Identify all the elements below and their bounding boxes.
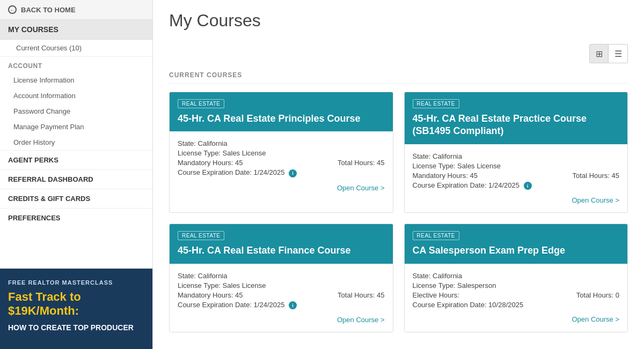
main-content: My Courses ⊞ ☰ CURRENT COURSES REAL ESTA… xyxy=(153,0,644,349)
course-expiry-3: Course Expiration Date: 10/28/2025 xyxy=(413,301,620,309)
sidebar-item-password-change[interactable]: Password Change xyxy=(0,103,152,119)
course-card-header-3: REAL ESTATE CA Salesperson Exam Prep Edg… xyxy=(405,224,628,263)
course-card-header-2: REAL ESTATE 45-Hr. CA Real Estate Financ… xyxy=(170,224,393,263)
course-mandatory-2: Mandatory Hours: 45 xyxy=(178,291,243,299)
info-icon-2[interactable]: i xyxy=(289,301,297,309)
sidebar-item-preferences[interactable]: PREFERENCES xyxy=(0,208,152,227)
course-total-0: Total Hours: 45 xyxy=(338,159,384,167)
course-tag-1: REAL ESTATE xyxy=(413,99,459,108)
course-hours-row-3: Elective Hours: Total Hours: 0 xyxy=(413,291,620,301)
course-total-2: Total Hours: 45 xyxy=(338,291,384,299)
banner-desc: HOW TO CREATE TOP PRODUCER xyxy=(8,323,144,332)
course-title-2: 45-Hr. CA Real Estate Finance Course xyxy=(178,244,385,257)
current-courses-section-label: CURRENT COURSES xyxy=(169,71,628,84)
list-view-button[interactable]: ☰ xyxy=(609,44,628,63)
course-elective-3: Elective Hours: xyxy=(413,291,459,299)
back-icon: ← xyxy=(8,5,17,14)
course-expiry-1: Course Expiration Date: 1/24/2025 i xyxy=(413,181,620,190)
course-title-1: 45-Hr. CA Real Estate Practice Course (S… xyxy=(413,113,620,138)
grid-view-icon: ⊞ xyxy=(596,49,603,59)
page-title: My Courses xyxy=(169,11,628,31)
sidebar: ← BACK TO HOME MY COURSES Current Course… xyxy=(0,0,153,349)
sidebar-item-order-history[interactable]: Order History xyxy=(0,135,152,150)
course-total-1: Total Hours: 45 xyxy=(573,172,619,180)
course-license-2: License Type: Sales License xyxy=(178,281,385,289)
course-card-1: REAL ESTATE 45-Hr. CA Real Estate Practi… xyxy=(404,92,628,213)
course-tag-3: REAL ESTATE xyxy=(413,231,459,240)
course-card-0: REAL ESTATE 45-Hr. CA Real Estate Princi… xyxy=(169,92,393,213)
course-state-1: State: California xyxy=(413,152,620,160)
open-course-link-0[interactable]: Open Course > xyxy=(178,184,385,192)
sidebar-item-account-information[interactable]: Account Information xyxy=(0,88,152,103)
course-mandatory-1: Mandatory Hours: 45 xyxy=(413,172,478,180)
course-expiry-0: Course Expiration Date: 1/24/2025 i xyxy=(178,168,385,177)
course-state-2: State: California xyxy=(178,272,385,280)
banner-title: Fast Track to $19K/Month: xyxy=(8,290,144,318)
sidebar-item-mycourses[interactable]: MY COURSES xyxy=(0,20,152,40)
course-license-0: License Type: Sales License xyxy=(178,149,385,157)
courses-grid: REAL ESTATE 45-Hr. CA Real Estate Princi… xyxy=(169,92,628,332)
course-total-3: Total Hours: 0 xyxy=(576,291,619,299)
info-icon-1[interactable]: i xyxy=(524,182,532,190)
view-toggle: ⊞ ☰ xyxy=(169,44,628,63)
promo-banner[interactable]: FREE REALTOR MASTERCLASS Fast Track to $… xyxy=(0,269,152,349)
current-courses-label: Current Courses (10) xyxy=(16,44,82,52)
info-icon-0[interactable]: i xyxy=(289,169,297,177)
course-hours-row-0: Mandatory Hours: 45 Total Hours: 45 xyxy=(178,159,385,168)
course-mandatory-0: Mandatory Hours: 45 xyxy=(178,159,243,167)
course-tag-0: REAL ESTATE xyxy=(178,99,224,108)
course-card-header-0: REAL ESTATE 45-Hr. CA Real Estate Princi… xyxy=(170,92,393,131)
sidebar-item-referral-dashboard[interactable]: REFERRAL DASHBOARD xyxy=(0,169,152,189)
course-card-3: REAL ESTATE CA Salesperson Exam Prep Edg… xyxy=(404,224,628,332)
course-title-0: 45-Hr. CA Real Estate Principles Course xyxy=(178,113,385,125)
course-license-3: License Type: Salesperson xyxy=(413,281,620,289)
sidebar-item-current-courses[interactable]: Current Courses (10) xyxy=(0,40,152,57)
back-to-home-label: BACK TO HOME xyxy=(21,6,76,14)
sidebar-item-manage-payment-plan[interactable]: Manage Payment Plan xyxy=(0,119,152,135)
course-card-body-1: State: California License Type: Sales Li… xyxy=(405,144,628,213)
grid-view-button[interactable]: ⊞ xyxy=(589,44,609,63)
course-title-3: CA Salesperson Exam Prep Edge xyxy=(413,244,620,257)
sidebar-item-license-information[interactable]: License Information xyxy=(0,72,152,88)
course-card-body-3: State: California License Type: Salesper… xyxy=(405,264,628,331)
course-expiry-2: Course Expiration Date: 1/24/2025 i xyxy=(178,301,385,310)
course-hours-row-1: Mandatory Hours: 45 Total Hours: 45 xyxy=(413,172,620,181)
course-tag-2: REAL ESTATE xyxy=(178,231,224,240)
open-course-link-1[interactable]: Open Course > xyxy=(413,196,620,204)
open-course-link-3[interactable]: Open Course > xyxy=(413,315,620,323)
list-view-icon: ☰ xyxy=(614,49,622,59)
account-section-title: ACCOUNT xyxy=(0,57,152,72)
course-card-body-2: State: California License Type: Sales Li… xyxy=(170,264,393,332)
course-state-3: State: California xyxy=(413,272,620,280)
back-to-home-button[interactable]: ← BACK TO HOME xyxy=(0,0,152,20)
open-course-link-2[interactable]: Open Course > xyxy=(178,316,385,324)
mycourses-label: MY COURSES xyxy=(8,25,58,34)
course-card-body-0: State: California License Type: Sales Li… xyxy=(170,131,393,200)
banner-subtitle: FREE REALTOR MASTERCLASS xyxy=(8,279,144,286)
sidebar-item-agent-perks[interactable]: AGENT PERKS xyxy=(0,150,152,169)
course-license-1: License Type: Sales License xyxy=(413,162,620,170)
course-card-header-1: REAL ESTATE 45-Hr. CA Real Estate Practi… xyxy=(405,92,628,144)
course-card-2: REAL ESTATE 45-Hr. CA Real Estate Financ… xyxy=(169,224,393,332)
course-state-0: State: California xyxy=(178,139,385,147)
sidebar-item-credits-gift-cards[interactable]: CREDITS & GIFT CARDS xyxy=(0,189,152,208)
course-hours-row-2: Mandatory Hours: 45 Total Hours: 45 xyxy=(178,291,385,301)
